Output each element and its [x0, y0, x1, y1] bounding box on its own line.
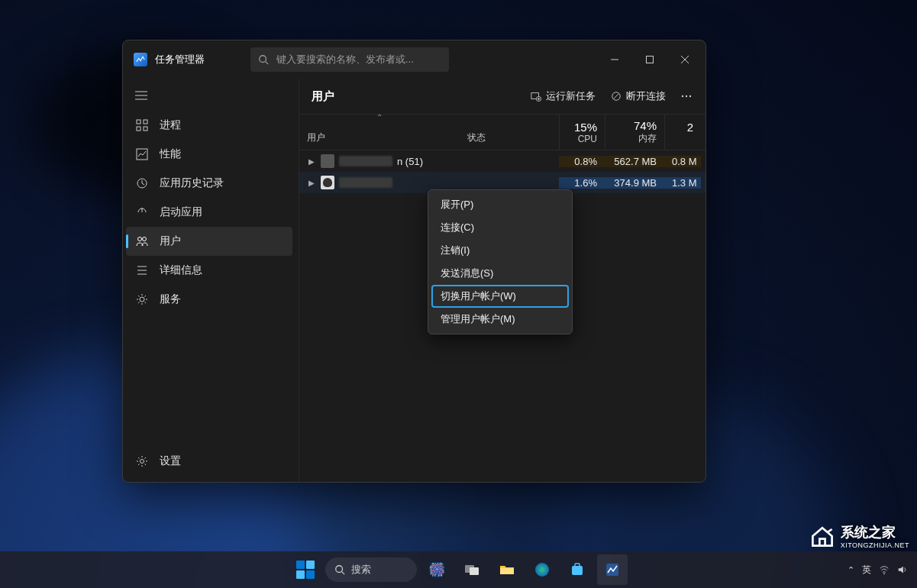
svg-line-1 [266, 62, 269, 65]
task-manager-window: 任务管理器 键入要搜索的名称、发布者或... 进程 性能 [122, 40, 706, 483]
avatar [321, 154, 334, 168]
sidebar-item-startup[interactable]: 启动应用 [126, 198, 292, 227]
svg-rect-36 [500, 568, 514, 574]
ime-indicator[interactable]: 英 [862, 564, 871, 577]
expand-icon[interactable]: ▶ [307, 157, 316, 166]
sidebar-item-history[interactable]: 应用历史记录 [126, 169, 292, 198]
ctx-expand[interactable]: 展开(P) [431, 193, 569, 216]
search-icon [258, 54, 269, 65]
taskbar-tray: ⌃ 英 [848, 564, 908, 577]
svg-rect-39 [575, 564, 580, 567]
svg-rect-10 [144, 120, 147, 124]
more-button[interactable] [673, 90, 699, 102]
app-icon [134, 53, 147, 66]
start-button[interactable] [290, 554, 321, 585]
table-header: ⌃ 用户 状态 15% CPU 74% 内存 2 [299, 114, 706, 150]
context-menu: 展开(P) 连接(C) 注销(I) 发送消息(S) 切换用户帐户(W) 管理用户… [428, 189, 573, 334]
gear-icon [135, 455, 149, 467]
svg-rect-12 [144, 127, 147, 131]
svg-point-22 [140, 460, 144, 464]
taskbar-explorer[interactable] [492, 554, 522, 585]
taskbar-taskmanager[interactable] [597, 554, 628, 585]
col-extra[interactable]: 2 [664, 115, 701, 150]
ctx-connect[interactable]: 连接(C) [431, 216, 569, 239]
svg-point-41 [883, 573, 885, 574]
disconnect-icon [611, 91, 622, 102]
maximize-button[interactable] [632, 41, 667, 78]
sidebar-item-processes[interactable]: 进程 [126, 111, 292, 140]
svg-point-31 [689, 95, 691, 97]
search-placeholder: 键入要搜索的名称、发布者或... [276, 53, 414, 66]
col-memory[interactable]: 74% 内存 [605, 115, 664, 150]
house-icon [809, 522, 836, 550]
svg-rect-11 [137, 127, 140, 131]
minimize-button[interactable] [597, 41, 632, 78]
svg-rect-38 [572, 566, 583, 575]
taskbar-store[interactable] [562, 554, 592, 585]
hamburger-button[interactable] [126, 85, 292, 106]
sidebar-item-label: 启动应用 [160, 205, 202, 219]
svg-point-37 [535, 563, 549, 577]
svg-rect-35 [470, 567, 479, 575]
tray-chevron-icon[interactable]: ⌃ [848, 565, 854, 575]
svg-point-32 [335, 566, 342, 573]
section-title: 用户 [312, 89, 334, 104]
username-redacted [339, 177, 392, 188]
table-row[interactable]: ▶ n (51) 0.8% 562.7 MB 0.8 M [299, 150, 706, 172]
sidebar-item-settings[interactable]: 设置 [126, 447, 292, 476]
more-icon [681, 95, 692, 98]
close-button[interactable] [667, 41, 702, 78]
disconnect-button[interactable]: 断开连接 [603, 85, 673, 108]
taskbar-taskview[interactable] [457, 554, 487, 585]
sidebar-item-label: 进程 [160, 118, 181, 132]
ctx-signout[interactable]: 注销(I) [431, 239, 569, 262]
sidebar-item-label: 性能 [160, 147, 181, 161]
svg-point-21 [140, 297, 144, 302]
sidebar-item-performance[interactable]: 性能 [126, 140, 292, 169]
svg-rect-9 [137, 120, 140, 124]
sidebar-item-label: 应用历史记录 [160, 176, 224, 190]
app-title: 任务管理器 [155, 53, 205, 66]
toolbar: 用户 运行新任务 断开连接 [299, 79, 706, 114]
col-status[interactable]: 状态 [460, 115, 559, 150]
sidebar: 进程 性能 应用历史记录 启动应用 用户 [123, 79, 299, 482]
ctx-manage-user[interactable]: 管理用户帐户(M) [431, 308, 569, 331]
svg-point-0 [260, 56, 266, 63]
taskbar-widget[interactable]: 🎆 [421, 554, 452, 585]
col-user[interactable]: ⌃ 用户 [299, 115, 460, 150]
performance-icon [135, 148, 149, 160]
col-cpu[interactable]: 15% CPU [559, 115, 605, 150]
watermark: 系统之家 XITONGZHIJIA.NET [809, 522, 909, 550]
taskbar-edge[interactable] [527, 554, 557, 585]
sidebar-item-label: 详细信息 [160, 263, 202, 277]
widget-icon: 🎆 [428, 561, 445, 578]
search-input[interactable]: 键入要搜索的名称、发布者或... [250, 47, 449, 72]
svg-rect-3 [647, 57, 654, 63]
windows-icon [296, 561, 315, 579]
edge-icon [534, 562, 550, 577]
window-controls [597, 41, 702, 78]
sidebar-item-label: 服务 [160, 292, 181, 306]
ctx-send-message[interactable]: 发送消息(S) [431, 262, 569, 285]
volume-icon[interactable] [897, 564, 908, 575]
avatar [321, 176, 334, 189]
search-icon [334, 564, 345, 575]
sidebar-item-services[interactable]: 服务 [126, 285, 292, 314]
users-icon [135, 235, 149, 247]
taskbar-search[interactable]: 搜索 [325, 557, 417, 582]
wifi-icon[interactable] [879, 564, 890, 575]
expand-icon[interactable]: ▶ [307, 179, 316, 187]
ctx-switch-user[interactable]: 切换用户帐户(W) [431, 285, 569, 308]
run-task-icon [531, 91, 541, 102]
sort-indicator-icon: ⌃ [376, 114, 383, 121]
svg-line-33 [341, 572, 344, 575]
sidebar-item-details[interactable]: 详细信息 [126, 256, 292, 285]
taskmanager-icon [605, 563, 619, 577]
svg-point-17 [143, 237, 147, 241]
run-new-task-button[interactable]: 运行新任务 [523, 85, 603, 108]
svg-point-30 [686, 95, 687, 97]
sidebar-item-users[interactable]: 用户 [126, 227, 292, 256]
taskbar: 搜索 🎆 ⌃ 英 [0, 551, 917, 588]
svg-line-28 [614, 94, 619, 99]
username-redacted [339, 156, 392, 166]
